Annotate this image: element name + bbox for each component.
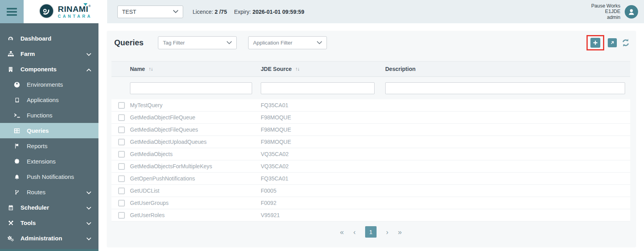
hamburger-menu-button[interactable] bbox=[0, 0, 24, 23]
sort-icon[interactable]: ↑↓ bbox=[148, 66, 153, 72]
tag-filter-placeholder: Tag Filter bbox=[163, 40, 185, 46]
chevron-down-icon bbox=[86, 189, 91, 195]
query-jde-source: VQ35CA02 bbox=[261, 163, 385, 169]
sidebar-item-scheduler[interactable]: Scheduler bbox=[0, 200, 98, 215]
pagination-next-button[interactable]: › bbox=[386, 229, 388, 236]
row-checkbox[interactable] bbox=[118, 212, 125, 219]
sidebar-item-administration[interactable]: Administration bbox=[0, 231, 98, 246]
sitemap-icon bbox=[6, 50, 15, 58]
name-filter-input[interactable] bbox=[130, 82, 252, 94]
query-jde-source: V95921 bbox=[261, 212, 385, 218]
sidebar-bottom-strip bbox=[0, 249, 98, 251]
query-name: GetUserRoles bbox=[130, 212, 261, 218]
sidebar-item-applications[interactable]: Applications bbox=[0, 92, 98, 108]
table-row[interactable]: GetMediaObjects VQ35CA02 bbox=[111, 148, 630, 160]
query-name: GetOpenPushNotifications bbox=[130, 175, 261, 182]
row-checkbox[interactable] bbox=[118, 139, 125, 145]
application-filter-select[interactable]: Application Filter bbox=[248, 36, 327, 49]
sidebar-item-environments[interactable]: Environments bbox=[0, 77, 98, 92]
table-row[interactable]: GetUserRoles V95921 bbox=[111, 209, 630, 221]
sidebar-item-queries[interactable]: Queries bbox=[0, 123, 98, 138]
sidebar-item-label: Farm bbox=[20, 50, 35, 57]
table-row[interactable]: GetOpenPushNotifications FQ35CA01 bbox=[111, 173, 630, 185]
table-row[interactable]: MyTestQuery FQ35CA01 bbox=[111, 99, 630, 112]
row-checkbox[interactable] bbox=[118, 151, 125, 158]
table-row[interactable]: GetUserGroups F0092 bbox=[111, 197, 630, 209]
chevron-down-icon bbox=[86, 235, 91, 242]
pagination: « ‹ 1 › » bbox=[111, 226, 630, 238]
table-row[interactable]: GetMediaObjectFileQueues F98MOQUE bbox=[111, 124, 630, 136]
query-name: MyTestQuery bbox=[130, 102, 261, 108]
sidebar-item-label: Scheduler bbox=[20, 204, 49, 211]
query-name: GetUserGroups bbox=[130, 200, 261, 206]
query-jde-source: F98MOQUE bbox=[261, 114, 385, 121]
row-checkbox[interactable] bbox=[118, 175, 125, 182]
refresh-button[interactable] bbox=[620, 37, 631, 48]
query-name: GetMediaObjects bbox=[130, 151, 261, 157]
expiry-label: Expiry: bbox=[234, 9, 251, 15]
sidebar-item-label: Environments bbox=[27, 81, 63, 88]
query-name: GetMediaObjectFileQueues bbox=[130, 126, 261, 133]
expiry-value: 2026-01-01 09:59:59 bbox=[252, 9, 304, 15]
chevron-down-icon bbox=[226, 41, 232, 45]
queries-table: Name ↑↓ JDE Source ↑↓ Description bbox=[111, 61, 630, 238]
licence-value: 2 /75 bbox=[215, 9, 227, 15]
licence-label: Licence: bbox=[193, 9, 213, 15]
page-title: Queries bbox=[114, 38, 143, 47]
flag-icon bbox=[13, 143, 21, 150]
tools-icon bbox=[6, 219, 15, 227]
row-checkbox[interactable] bbox=[118, 126, 125, 133]
globe-icon bbox=[13, 81, 21, 88]
annotation-highlight bbox=[586, 35, 604, 50]
refresh-icon bbox=[621, 38, 630, 47]
sidebar-item-components[interactable]: Components bbox=[0, 61, 98, 77]
table-row[interactable]: GetMediaObjectUploadQueues F98MOQUE bbox=[111, 136, 630, 148]
query-name: GetUDCList bbox=[130, 188, 261, 194]
tag-filter-select[interactable]: Tag Filter bbox=[158, 36, 237, 49]
sidebar-item-extensions[interactable]: Extensions bbox=[0, 154, 98, 169]
expiry-info: Expiry: 2026-01-01 09:59:59 bbox=[234, 9, 304, 15]
brand-logo: RINAMI® CANTARA bbox=[24, 0, 107, 23]
sidebar-item-farm[interactable]: Farm bbox=[0, 46, 98, 61]
add-query-button[interactable] bbox=[590, 38, 600, 48]
pagination-prev-button[interactable]: ‹ bbox=[353, 229, 356, 236]
table-row[interactable]: GetMediaObjectFileQueue F98MOQUE bbox=[111, 112, 630, 124]
sidebar-item-functions[interactable]: Functions bbox=[0, 108, 98, 123]
query-jde-source: F98MOQUE bbox=[261, 139, 385, 145]
row-checkbox[interactable] bbox=[118, 163, 125, 170]
row-checkbox[interactable] bbox=[118, 114, 125, 121]
export-button[interactable] bbox=[608, 38, 617, 47]
pagination-last-button[interactable]: » bbox=[398, 229, 402, 236]
sidebar-item-tools[interactable]: Tools bbox=[0, 215, 98, 231]
jde-source-filter-input[interactable] bbox=[261, 82, 375, 94]
plus-icon bbox=[592, 40, 598, 46]
sidebar-item-label: Functions bbox=[27, 112, 52, 119]
gauge-icon bbox=[6, 35, 15, 42]
toolbar bbox=[586, 35, 631, 50]
query-jde-source: FQ35CA01 bbox=[261, 175, 385, 182]
table-row[interactable]: GetMediaObjectsForMultipleKeys VQ35CA02 bbox=[111, 160, 630, 173]
sidebar-item-routes[interactable]: Routes bbox=[0, 184, 98, 200]
chevron-down-icon bbox=[86, 50, 91, 57]
query-name: GetMediaObjectFileQueue bbox=[130, 114, 261, 121]
sidebar-item-label: Components bbox=[20, 66, 57, 73]
terminal-icon bbox=[13, 112, 21, 119]
environment-select[interactable]: TEST bbox=[117, 6, 183, 18]
row-checkbox[interactable] bbox=[118, 200, 125, 206]
calendar-icon bbox=[6, 204, 15, 211]
sidebar-item-dashboard[interactable]: Dashboard bbox=[0, 31, 98, 46]
pagination-page-1[interactable]: 1 bbox=[365, 226, 377, 238]
chevron-down-icon bbox=[86, 219, 91, 226]
sort-icon[interactable]: ↑↓ bbox=[295, 66, 300, 72]
sidebar-item-label: Reports bbox=[27, 143, 48, 149]
sidebar-item-push-notifications[interactable]: Push Notifications bbox=[0, 169, 98, 184]
table-row[interactable]: GetUDCList F0005 bbox=[111, 185, 630, 197]
description-filter-input[interactable] bbox=[385, 82, 625, 94]
user-avatar[interactable] bbox=[625, 5, 638, 19]
column-header-jde-source: JDE Source bbox=[261, 66, 292, 72]
brand-text: RINAMI® CANTARA bbox=[58, 5, 93, 19]
row-checkbox[interactable] bbox=[118, 102, 125, 109]
row-checkbox[interactable] bbox=[118, 188, 125, 194]
pagination-first-button[interactable]: « bbox=[340, 229, 344, 236]
sidebar-item-reports[interactable]: Reports bbox=[0, 138, 98, 154]
